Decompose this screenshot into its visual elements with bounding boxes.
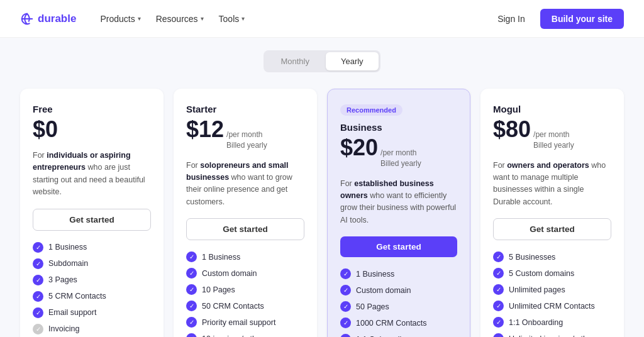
sign-in-button[interactable]: Sign In [490, 10, 533, 28]
disabled-icon: ✓ [33, 324, 43, 334]
plan-price-meta-starter: /per month Billed yearly [226, 130, 267, 151]
plan-card-business: RecommendedBusiness $20 /per month Bille… [327, 89, 470, 337]
nav-links: Products ▾ Resources ▾ Tools ▾ [94, 10, 490, 28]
feature-item: ✓ Subdomain [33, 258, 151, 269]
logo[interactable]: durable [20, 12, 76, 26]
feature-label: Subdomain [48, 259, 88, 268]
features-list-free: ✓ 1 Business ✓ Subdomain ✓ 3 Pages ✓ 5 C… [33, 242, 151, 334]
feature-item: ✓ Unlimited pages [493, 284, 611, 295]
plan-price-meta-business: /per month Billed yearly [380, 148, 421, 169]
plan-price-row-starter: $12 /per month Billed yearly [186, 118, 304, 151]
navbar: durable Products ▾ Resources ▾ Tools ▾ S… [0, 0, 644, 38]
plan-price-row-business: $20 /per month Billed yearly [340, 136, 457, 169]
feature-item: ✓ 1:1 Onboarding [340, 334, 457, 337]
features-list-mogul: ✓ 5 Businesses ✓ 5 Custom domains ✓ Unli… [493, 251, 611, 337]
plan-description-starter: For solopreneurs and small businesses wh… [186, 160, 304, 209]
check-icon: ✓ [33, 291, 43, 302]
get-started-button-business[interactable]: Get started [340, 236, 457, 257]
nav-resources[interactable]: Resources ▾ [150, 10, 210, 28]
check-icon: ✓ [340, 285, 351, 296]
feature-item: ✓ 50 Pages [340, 301, 457, 312]
feature-item: ✓ Unlimited invoices/mth [493, 333, 611, 337]
check-icon: ✓ [493, 284, 504, 295]
per-month-label: /per month [380, 148, 416, 157]
tab-monthly[interactable]: Monthly [265, 52, 325, 70]
feature-label: Custom domain [202, 269, 257, 278]
get-started-button-free[interactable]: Get started [33, 209, 151, 231]
plan-price-meta-mogul: /per month Billed yearly [533, 130, 574, 151]
plan-name-free: Free [33, 104, 151, 114]
feature-label: Unlimited pages [509, 285, 565, 294]
check-icon: ✓ [186, 317, 197, 328]
feature-label: 5 Custom domains [509, 269, 574, 278]
feature-label: Unlimited CRM Contacts [509, 302, 595, 311]
billed-label: Billed yearly [533, 140, 574, 151]
feature-item: ✓ 1 Business [186, 251, 304, 262]
feature-item: ✓ 5 Custom domains [493, 268, 611, 279]
feature-item: ✓ 10 invoices/mth [186, 333, 304, 337]
feature-label: Invoicing [48, 324, 79, 333]
feature-item: ✓ Invoicing [33, 324, 151, 334]
check-icon: ✓ [186, 301, 197, 311]
feature-item: ✓ 3 Pages [33, 275, 151, 285]
get-started-button-starter[interactable]: Get started [186, 218, 304, 240]
check-icon: ✓ [186, 333, 197, 337]
plan-price-mogul: $80 [493, 118, 531, 141]
feature-label: 10 invoices/mth [202, 334, 257, 337]
pricing-grid: Free $0For individuals or aspiring entre… [20, 89, 624, 337]
chevron-down-icon: ▾ [242, 15, 245, 22]
billed-label: Billed yearly [380, 158, 421, 169]
feature-item: ✓ 10 Pages [186, 284, 304, 295]
features-list-business: ✓ 1 Business ✓ Custom domain ✓ 50 Pages … [340, 268, 457, 337]
build-your-site-button[interactable]: Build your site [540, 9, 624, 29]
feature-item: ✓ Custom domain [340, 285, 457, 296]
tab-yearly[interactable]: Yearly [326, 52, 379, 70]
logo-text: durable [38, 13, 76, 25]
features-list-starter: ✓ 1 Business ✓ Custom domain ✓ 10 Pages … [186, 251, 304, 337]
check-icon: ✓ [493, 268, 504, 279]
plan-price-business: $20 [340, 136, 378, 159]
check-icon: ✓ [33, 258, 43, 269]
feature-label: 1 Business [202, 253, 240, 262]
recommended-badge: Recommended [340, 104, 402, 116]
feature-item: ✓ Priority email support [186, 317, 304, 328]
feature-label: 10 Pages [202, 285, 235, 294]
per-month-label: /per month [226, 130, 262, 139]
feature-item: ✓ 1 Business [340, 268, 457, 279]
check-icon: ✓ [493, 317, 504, 328]
check-icon: ✓ [340, 334, 351, 337]
nav-actions: Sign In Build your site [490, 9, 624, 29]
check-icon: ✓ [340, 301, 351, 312]
feature-label: Unlimited invoices/mth [509, 334, 587, 337]
feature-label: 1:1 Onboarding [509, 318, 563, 327]
plan-name-starter: Starter [186, 104, 304, 114]
feature-item: ✓ 1:1 Onboarding [493, 317, 611, 328]
get-started-button-mogul[interactable]: Get started [493, 218, 611, 240]
feature-label: Priority email support [202, 318, 275, 327]
plan-price-starter: $12 [186, 118, 224, 141]
feature-item: ✓ 5 Businesses [493, 251, 611, 262]
nav-tools[interactable]: Tools ▾ [213, 10, 252, 28]
feature-label: 5 CRM Contacts [48, 292, 106, 301]
chevron-down-icon: ▾ [138, 15, 141, 22]
feature-item: ✓ Unlimited CRM Contacts [493, 301, 611, 311]
billing-toggle: Monthly Yearly [264, 50, 380, 72]
plan-price-row-mogul: $80 /per month Billed yearly [493, 118, 611, 151]
billed-label: Billed yearly [226, 140, 267, 151]
feature-item: ✓ 1 Business [33, 242, 151, 253]
per-month-label: /per month [533, 130, 569, 139]
check-icon: ✓ [493, 251, 504, 262]
feature-label: 1000 CRM Contacts [356, 319, 427, 328]
feature-label: Email support [48, 308, 96, 317]
nav-products[interactable]: Products ▾ [94, 10, 147, 28]
feature-item: ✓ Custom domain [186, 268, 304, 279]
plan-card-mogul: Mogul $80 /per month Billed yearly For o… [480, 89, 624, 337]
check-icon: ✓ [186, 251, 197, 262]
feature-label: 3 Pages [48, 275, 77, 284]
plan-price-free: $0 [33, 118, 58, 141]
tab-bar: Monthly Yearly [20, 38, 624, 79]
main-content: Monthly Yearly Free $0For individuals or… [0, 38, 644, 337]
feature-item: ✓ Email support [33, 307, 151, 318]
plan-card-free: Free $0For individuals or aspiring entre… [20, 89, 164, 337]
plan-description-free: For individuals or aspiring entrepreneur… [33, 150, 151, 199]
